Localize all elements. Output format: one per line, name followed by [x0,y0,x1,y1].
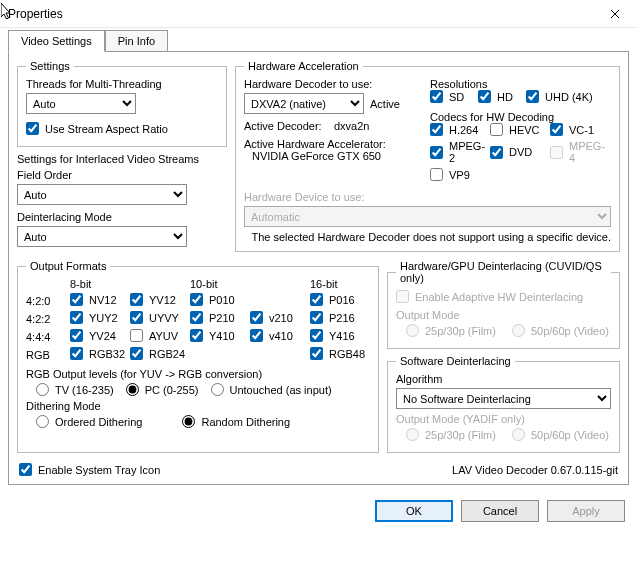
hw-active-label: Active [370,98,400,110]
rgb-untouched-radio[interactable]: Untouched (as input) [211,383,332,396]
sw-deint-legend: Software Deinterlacing [396,355,515,367]
dither-ordered-radio[interactable]: Ordered Dithering [36,415,142,428]
codec-mpeg2-checkbox[interactable]: MPEG-2 [430,140,490,164]
hw-deint-group: Hardware/GPU Deinterlacing (CUVID/QS onl… [387,260,620,349]
systray-checkbox[interactable]: Enable System Tray Icon [19,463,160,476]
codecs-label: Codecs for HW Decoding [430,111,611,123]
hw-video-radio: 50p/60p (Video) [512,324,609,337]
row-420: 4:2:0 [26,295,70,307]
sw-output-mode-label: Output Mode (YADIF only) [396,413,611,425]
col-16bit: 16-bit [310,278,370,290]
tab-pin-info[interactable]: Pin Info [105,30,168,52]
settings-legend: Settings [26,60,74,72]
fmt-uyvy-checkbox[interactable]: UYVY [130,311,179,324]
tab-video-settings[interactable]: Video Settings [8,30,105,52]
output-formats-legend: Output Formats [26,260,110,272]
threads-label: Threads for Multi-Threading [26,78,218,90]
rgb-pc-radio[interactable]: PC (0-255) [126,383,199,396]
dither-label: Dithering Mode [26,400,370,412]
res-hd-checkbox[interactable]: HD [478,90,526,103]
fmt-yuy2-checkbox[interactable]: YUY2 [70,311,118,324]
hw-output-mode-label: Output Mode [396,309,611,321]
rgb-tv-radio[interactable]: TV (16-235) [36,383,114,396]
fmt-nv12-checkbox[interactable]: NV12 [70,293,117,306]
hw-device-note: The selected Hardware Decoder does not s… [244,231,611,243]
dither-random-radio[interactable]: Random Dithering [182,415,290,428]
sw-algo-select[interactable]: No Software Deinterlacing [396,388,611,409]
sw-video-radio: 50p/60p (Video) [512,428,609,441]
sw-deint-group: Software Deinterlacing Algorithm No Soft… [387,355,620,453]
tab-content: Settings Threads for Multi-Threading Aut… [8,51,629,485]
fmt-yv24-checkbox[interactable]: YV24 [70,329,116,342]
hw-decoder-label: Hardware Decoder to use: [244,78,424,90]
row-rgb: RGB [26,349,70,361]
hw-device-select: Automatic [244,206,611,227]
fmt-y410-checkbox[interactable]: Y410 [190,329,235,342]
interlaced-label: Settings for Interlaced Video Streams [17,153,227,165]
codec-mpeg4-checkbox: MPEG-4 [550,140,610,164]
hw-adaptive-checkbox: Enable Adaptive HW Deinterlacing [396,290,583,303]
resolutions-label: Resolutions [430,78,611,90]
active-hw-value: NVIDIA GeForce GTX 650 [244,150,424,162]
hw-accel-legend: Hardware Acceleration [244,60,363,72]
codec-vp9-checkbox[interactable]: VP9 [430,168,490,181]
field-order-select[interactable]: Auto [17,184,187,205]
fmt-v410-checkbox[interactable]: v410 [250,329,293,342]
fmt-rgb32-checkbox[interactable]: RGB32 [70,347,125,360]
sw-algo-label: Algorithm [396,373,611,385]
res-uhd-checkbox[interactable]: UHD (4K) [526,90,606,103]
codec-h264-checkbox[interactable]: H.264 [430,123,490,136]
fmt-yv12-checkbox[interactable]: YV12 [130,293,176,306]
fmt-p210-checkbox[interactable]: P210 [190,311,235,324]
field-order-label: Field Order [17,169,227,181]
tabstrip: Video Settings Pin Info [0,30,637,52]
titlebar: Properties [0,0,637,28]
version-label: LAV Video Decoder 0.67.0.115-git [452,464,618,476]
close-icon [610,9,620,19]
sw-film-radio: 25p/30p (Film) [406,428,496,441]
window-title: Properties [8,7,63,21]
hw-accel-group: Hardware Acceleration Hardware Decoder t… [235,60,620,252]
close-button[interactable] [593,0,637,28]
fmt-v210-checkbox[interactable]: v210 [250,311,293,324]
hw-film-radio: 25p/30p (Film) [406,324,496,337]
col-10bit: 10-bit [190,278,310,290]
active-decoder-value: dxva2n [334,120,369,132]
cancel-button[interactable]: Cancel [461,500,539,522]
row-422: 4:2:2 [26,313,70,325]
threads-select[interactable]: Auto [26,93,136,114]
hw-deint-legend: Hardware/GPU Deinterlacing (CUVID/QS onl… [396,260,611,284]
button-bar: OK Cancel Apply [0,494,637,532]
fmt-p016-checkbox[interactable]: P016 [310,293,355,306]
codec-dvd-checkbox[interactable]: DVD [490,140,550,164]
fmt-p010-checkbox[interactable]: P010 [190,293,235,306]
fmt-rgb24-checkbox[interactable]: RGB24 [130,347,185,360]
codec-hevc-checkbox[interactable]: HEVC [490,123,550,136]
res-sd-checkbox[interactable]: SD [430,90,478,103]
deint-mode-select[interactable]: Auto [17,226,187,247]
fmt-ayuv-checkbox[interactable]: AYUV [130,329,178,342]
hw-device-label: Hardware Device to use: [244,191,611,203]
rgb-levels-label: RGB Output levels (for YUV -> RGB conver… [26,368,370,380]
active-hw-label: Active Hardware Accelerator: [244,138,424,150]
hw-decoder-select[interactable]: DXVA2 (native) [244,93,364,114]
use-stream-ar-checkbox[interactable]: Use Stream Aspect Ratio [26,122,168,135]
deint-mode-label: Deinterlacing Mode [17,211,227,223]
active-decoder-label: Active Decoder: [244,120,328,132]
settings-group: Settings Threads for Multi-Threading Aut… [17,60,227,147]
ok-button[interactable]: OK [375,500,453,522]
fmt-y416-checkbox[interactable]: Y416 [310,329,355,342]
fmt-rgb48-checkbox[interactable]: RGB48 [310,347,365,360]
col-8bit: 8-bit [70,278,190,290]
fmt-p216-checkbox[interactable]: P216 [310,311,355,324]
codec-vc1-checkbox[interactable]: VC-1 [550,123,610,136]
output-formats-group: Output Formats 8-bit 10-bit 16-bit 4:2:0… [17,260,379,453]
row-444: 4:4:4 [26,331,70,343]
apply-button[interactable]: Apply [547,500,625,522]
